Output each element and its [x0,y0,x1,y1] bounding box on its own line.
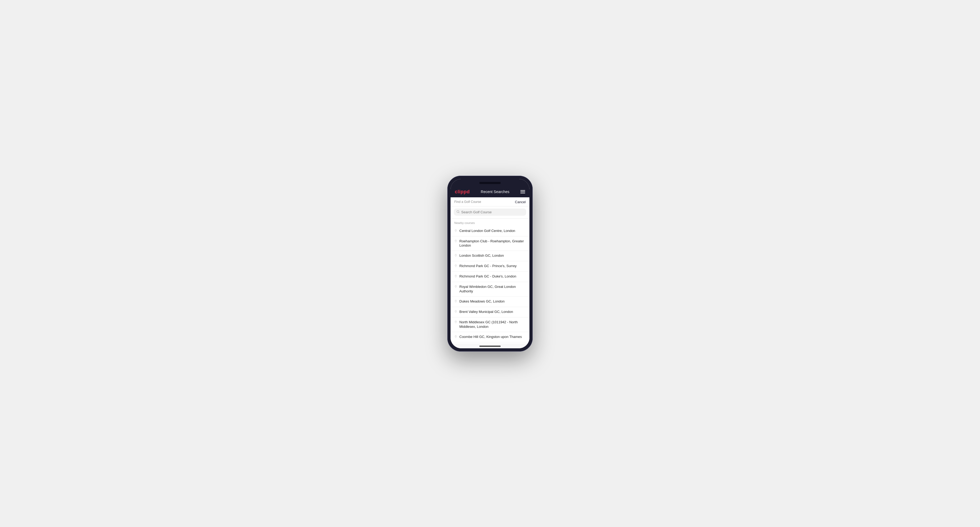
course-list-item[interactable]: London Scottish GC, London [450,251,530,261]
phone-frame: clippd Recent Searches Find a Golf Cours… [447,176,533,351]
pin-icon [454,285,457,289]
search-icon [457,210,460,214]
pin-icon [454,240,457,244]
course-name: North Middlesex GC (1011942 - North Midd… [459,320,526,329]
notch-pill [479,182,501,184]
svg-point-7 [455,286,456,287]
hamburger-line-2 [520,192,525,192]
main-content: Find a Golf Course Cancel Nearby [450,197,530,348]
course-list-item[interactable]: Dukes Meadows GC, London [450,297,530,307]
pin-icon [454,254,457,258]
pin-icon [454,275,457,279]
course-list-item[interactable]: Richmond Park GC - Duke's, London [450,271,530,282]
nearby-courses-section: Nearby courses Central London Golf Centr… [450,219,530,343]
course-name: Royal Wimbledon GC, Great London Authori… [459,285,526,294]
course-list-item[interactable]: Central London Golf Centre, London [450,226,530,237]
find-label: Find a Golf Course [454,200,481,204]
app-header: clippd Recent Searches [450,187,530,197]
cancel-button[interactable]: Cancel [515,200,526,204]
course-list-item[interactable]: Royal Wimbledon GC, Great London Authori… [450,282,530,297]
course-name: Coombe Hill GC, Kingston upon Thames [459,335,522,339]
course-name: Central London Golf Centre, London [459,229,515,233]
course-name: Roehampton Club - Roehampton, Greater Lo… [459,239,526,248]
course-name: Richmond Park GC - Duke's, London [459,274,516,279]
course-list-item[interactable]: Roehampton Club - Roehampton, Greater Lo… [450,237,530,251]
course-list-item[interactable]: North Middlesex GC (1011942 - North Midd… [450,317,530,332]
hamburger-line-3 [520,193,525,193]
hamburger-line-1 [520,190,525,190]
course-name: Richmond Park GC - Prince's, Surrey [459,264,517,268]
svg-point-3 [455,240,456,241]
svg-point-2 [455,230,456,230]
svg-line-1 [458,212,459,213]
course-list: Central London Golf Centre, London Roeha… [450,226,530,343]
home-indicator [450,343,530,348]
search-box [454,208,526,216]
search-container [450,206,530,219]
svg-point-4 [455,255,456,256]
svg-point-5 [455,265,456,266]
menu-icon[interactable] [520,190,525,193]
svg-point-11 [455,336,456,337]
svg-point-8 [455,301,456,301]
course-name: Brent Valley Municipal GC, London [459,310,513,314]
pin-icon [454,264,457,269]
pin-icon [454,335,457,340]
course-list-item[interactable]: Coombe Hill GC, Kingston upon Thames [450,332,530,343]
phone-notch [450,179,530,187]
home-bar [479,346,501,347]
svg-point-6 [455,276,456,276]
pin-icon [454,300,457,304]
svg-point-10 [455,321,456,322]
phone-screen: clippd Recent Searches Find a Golf Cours… [450,179,530,348]
find-bar: Find a Golf Course Cancel [450,197,530,206]
search-input[interactable] [461,210,523,214]
svg-point-9 [455,311,456,311]
app-logo: clippd [455,189,470,195]
pin-icon [454,310,457,314]
pin-icon [454,321,457,325]
pin-icon [454,229,457,233]
header-title: Recent Searches [480,190,509,194]
nearby-section-label: Nearby courses [450,219,530,226]
course-list-item[interactable]: Brent Valley Municipal GC, London [450,307,530,317]
course-list-item[interactable]: Richmond Park GC - Prince's, Surrey [450,261,530,271]
course-name: London Scottish GC, London [459,254,504,258]
course-name: Dukes Meadows GC, London [459,299,505,304]
